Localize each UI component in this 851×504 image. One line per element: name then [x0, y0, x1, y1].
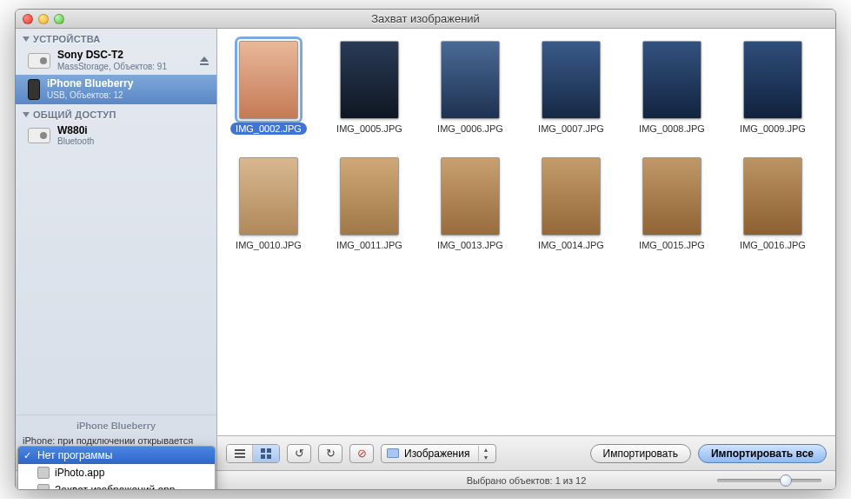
- app-icon: [37, 467, 50, 479]
- list-icon: [234, 448, 246, 460]
- titlebar: Захват изображений: [16, 10, 835, 29]
- camera-icon: [28, 128, 50, 143]
- thumbnail-filename: IMG_0005.JPG: [331, 123, 408, 135]
- app-icon: [37, 484, 50, 490]
- thumbnail-filename: IMG_0013.JPG: [432, 239, 509, 251]
- popup-arrows-icon: ▲▼: [478, 446, 492, 461]
- sidebar: УСТРОЙСТВА Sony DSC-T2MassStorage, Объек…: [16, 29, 217, 489]
- thumbnail-item[interactable]: IMG_0013.JPG: [431, 157, 509, 251]
- thumbnail-image: [239, 157, 298, 235]
- destination-label: Изображения: [404, 448, 469, 460]
- thumbnail-size-slider[interactable]: [717, 474, 821, 487]
- window-controls: [23, 14, 64, 24]
- thumbnail-filename: IMG_0011.JPG: [331, 239, 408, 251]
- import-button[interactable]: Импортировать: [590, 444, 691, 463]
- selected-device-footer: iPhone Blueberry: [16, 414, 216, 433]
- delete-button[interactable]: ⊘: [349, 444, 374, 463]
- rotate-cw-button[interactable]: ↻: [318, 444, 342, 463]
- thumbnail-item[interactable]: IMG_0006.JPG: [431, 41, 509, 135]
- checkmark-icon: ✓: [23, 450, 31, 461]
- thumbnail-filename: IMG_0015.JPG: [634, 239, 710, 251]
- disclosure-triangle-icon: [23, 36, 30, 42]
- app-window: Захват изображений УСТРОЙСТВА Sony DSC-T…: [15, 9, 836, 490]
- phone-icon: [28, 79, 40, 100]
- grid-view-button[interactable]: [253, 445, 279, 462]
- minimize-window-button[interactable]: [38, 14, 49, 24]
- device-item[interactable]: iPhone BlueberryUSB, Объектов: 12: [16, 75, 216, 103]
- import-all-button[interactable]: Импортировать все: [698, 444, 827, 463]
- open-on-connect-menu: ✓Нет программыiPhoto.appЗахват изображен…: [17, 446, 216, 490]
- window-title: Захват изображений: [16, 12, 835, 25]
- thumbnail-image: [340, 41, 399, 119]
- sidebar-section-devices[interactable]: УСТРОЙСТВА: [16, 29, 216, 46]
- menu-item[interactable]: ✓Нет программы: [18, 447, 215, 464]
- thumbnail-image: [542, 41, 601, 119]
- slider-knob[interactable]: [780, 474, 792, 487]
- status-bar: Выбрано объектов: 1 из 12: [217, 470, 835, 489]
- svg-rect-0: [261, 448, 265, 453]
- svg-rect-1: [267, 448, 271, 453]
- toolbar: ↺ ↻ ⊘ Изображения ▲▼ Импортировать Импор…: [217, 435, 835, 470]
- thumbnail-area[interactable]: IMG_0002.JPGIMG_0005.JPGIMG_0006.JPGIMG_…: [217, 29, 835, 435]
- thumbnail-item[interactable]: IMG_0008.JPG: [633, 41, 711, 135]
- thumbnail-filename: IMG_0006.JPG: [432, 123, 509, 135]
- rotate-cw-icon: ↻: [326, 447, 336, 460]
- thumbnail-item[interactable]: IMG_0016.JPG: [734, 157, 812, 251]
- section-label: УСТРОЙСТВА: [33, 34, 101, 44]
- thumbnail-filename: IMG_0002.JPG: [230, 123, 307, 135]
- thumbnail-item[interactable]: IMG_0007.JPG: [532, 41, 610, 135]
- menu-item-label: iPhoto.app: [55, 467, 104, 479]
- section-label: ОБЩИЙ ДОСТУП: [33, 109, 116, 120]
- thumbnail-item[interactable]: IMG_0005.JPG: [330, 41, 409, 135]
- window-body: УСТРОЙСТВА Sony DSC-T2MassStorage, Объек…: [16, 29, 835, 489]
- shared-device-item[interactable]: W880iBluetooth: [16, 122, 216, 150]
- svg-rect-2: [261, 454, 265, 459]
- thumbnail-image: [239, 41, 298, 119]
- close-window-button[interactable]: [23, 14, 33, 24]
- thumbnail-filename: IMG_0007.JPG: [533, 123, 609, 135]
- thumbnail-image: [542, 157, 601, 235]
- sidebar-section-shared[interactable]: ОБЩИЙ ДОСТУП: [16, 104, 216, 122]
- thumbnail-image: [340, 157, 399, 235]
- menu-item[interactable]: iPhoto.app: [18, 464, 215, 481]
- eject-icon[interactable]: [199, 56, 209, 66]
- rotate-ccw-button[interactable]: ↺: [287, 444, 311, 463]
- destination-popup[interactable]: Изображения ▲▼: [381, 444, 496, 463]
- prohibit-icon: ⊘: [357, 447, 367, 460]
- thumbnail-item[interactable]: IMG_0014.JPG: [532, 157, 610, 251]
- list-view-button[interactable]: [227, 445, 253, 462]
- thumbnail-filename: IMG_0014.JPG: [533, 239, 609, 251]
- disclosure-triangle-icon: [23, 112, 30, 117]
- folder-icon: [387, 448, 399, 458]
- device-subtitle: USB, Объектов: 12: [47, 90, 133, 101]
- svg-rect-3: [267, 454, 271, 459]
- thumbnail-filename: IMG_0010.JPG: [230, 239, 307, 251]
- thumbnail-item[interactable]: IMG_0010.JPG: [229, 157, 308, 251]
- thumbnail-image: [743, 41, 802, 119]
- menu-item-label: Нет программы: [37, 449, 112, 461]
- thumbnail-image: [743, 157, 802, 235]
- device-name: iPhone Blueberry: [47, 78, 133, 90]
- device-item[interactable]: Sony DSC-T2MassStorage, Объектов: 91: [16, 46, 216, 75]
- device-name: Sony DSC-T2: [57, 50, 167, 62]
- view-mode-segment: [226, 444, 280, 463]
- thumbnail-filename: IMG_0009.JPG: [735, 123, 811, 135]
- main-pane: IMG_0002.JPGIMG_0005.JPGIMG_0006.JPGIMG_…: [217, 29, 835, 489]
- menu-item[interactable]: Захват изображений.app: [18, 481, 215, 490]
- camera-icon: [28, 53, 50, 69]
- rotate-ccw-icon: ↺: [295, 447, 304, 460]
- thumbnail-image: [642, 157, 701, 235]
- grid-icon: [260, 448, 272, 460]
- thumbnail-filename: IMG_0008.JPG: [634, 123, 710, 135]
- thumbnail-item[interactable]: IMG_0015.JPG: [633, 157, 711, 251]
- thumbnail-image: [441, 41, 500, 119]
- menu-item-label: Захват изображений.app: [55, 484, 175, 490]
- thumbnail-image: [441, 157, 500, 235]
- thumbnail-item[interactable]: IMG_0009.JPG: [734, 41, 812, 135]
- zoom-window-button[interactable]: [54, 14, 64, 24]
- device-subtitle: Bluetooth: [57, 136, 94, 147]
- thumbnail-item[interactable]: IMG_0002.JPG: [229, 41, 308, 135]
- thumbnail-image: [642, 41, 701, 119]
- device-subtitle: MassStorage, Объектов: 91: [57, 62, 167, 72]
- thumbnail-item[interactable]: IMG_0011.JPG: [330, 157, 409, 251]
